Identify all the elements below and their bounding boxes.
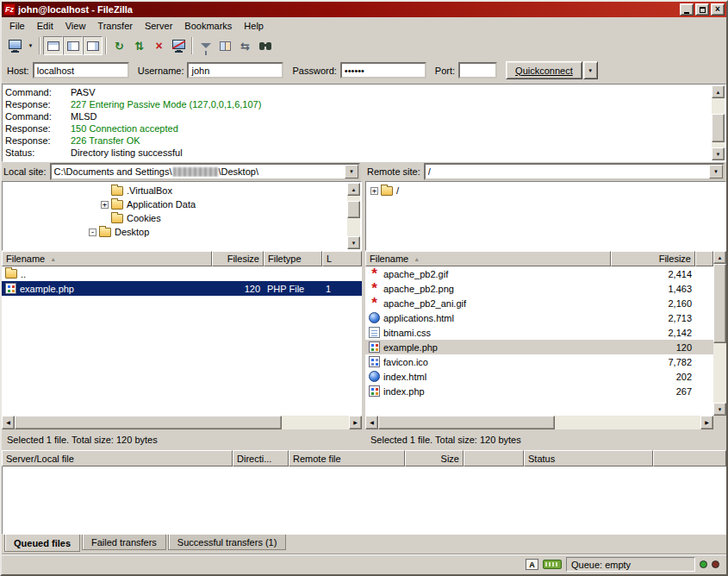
menu-bookmarks[interactable]: Bookmarks <box>178 19 238 33</box>
queue-list-area[interactable] <box>2 466 726 535</box>
scrollbar-corner <box>713 416 726 429</box>
scroll-track[interactable] <box>378 416 700 429</box>
column-header-filesize[interactable]: Filesize <box>212 251 264 266</box>
scroll-down-button[interactable]: ▼ <box>713 403 726 416</box>
process-queue-button[interactable]: ⇅ <box>129 36 149 55</box>
expand-icon[interactable]: + <box>370 187 378 195</box>
titlebar[interactable]: Fz john@localhost - FileZilla × <box>2 2 726 17</box>
file-row-selected[interactable]: example.php120 <box>365 340 713 354</box>
remote-list-scrollbar[interactable]: ▲ ▼ <box>713 251 726 416</box>
scroll-track[interactable] <box>713 264 726 403</box>
scroll-right-button[interactable]: ▶ <box>349 416 362 429</box>
image-file-icon: * <box>369 297 380 309</box>
column-header-filename[interactable]: Filename▲ <box>365 251 611 266</box>
file-row[interactable]: *apache_pb2_ani.gif2,160 <box>365 296 713 310</box>
local-path-combo[interactable]: C:\Documents and Settings\\Desktop\ ▼ <box>50 163 360 180</box>
file-row[interactable]: applications.html2,713 <box>365 310 713 325</box>
scroll-track[interactable] <box>15 416 349 429</box>
scroll-up-button[interactable]: ▲ <box>713 251 726 264</box>
tree-row[interactable]: -Desktop <box>3 225 361 239</box>
port-input[interactable] <box>458 62 497 78</box>
collapse-icon[interactable]: - <box>89 229 96 236</box>
scroll-right-button[interactable]: ▶ <box>700 416 713 429</box>
scroll-thumb[interactable] <box>378 416 555 429</box>
column-header-priority[interactable] <box>464 450 524 466</box>
column-header-status[interactable]: Status <box>524 450 653 466</box>
file-row[interactable]: index.php267 <box>365 384 713 398</box>
file-row[interactable]: *apache_pb2.gif2,414 <box>365 266 713 281</box>
password-input[interactable] <box>340 62 426 78</box>
toolbar-separator <box>191 37 193 54</box>
column-header-direction[interactable]: Directi... <box>233 450 289 466</box>
scroll-left-button[interactable]: ◀ <box>2 416 15 429</box>
scroll-up-button[interactable]: ▲ <box>347 183 360 196</box>
toggle-message-log-button[interactable] <box>43 36 63 55</box>
compare-button[interactable] <box>215 36 235 55</box>
scroll-track[interactable] <box>712 98 725 147</box>
column-header-size[interactable]: Size <box>405 450 464 466</box>
menu-edit[interactable]: Edit <box>31 19 59 33</box>
column-header-filename[interactable]: Filename▲ <box>2 251 212 266</box>
local-tree-scrollbar[interactable]: ▲ ▼ <box>347 183 360 249</box>
toggle-local-tree-button[interactable] <box>63 36 83 55</box>
column-header-remote-file[interactable]: Remote file <box>289 450 405 466</box>
close-button[interactable]: × <box>711 3 725 16</box>
file-row[interactable]: .. <box>2 266 362 281</box>
expand-icon[interactable]: + <box>101 201 109 209</box>
file-row[interactable]: bitnami.css2,142 <box>365 325 713 340</box>
menu-transfer[interactable]: Transfer <box>91 19 139 33</box>
toggle-remote-tree-button[interactable] <box>83 36 103 55</box>
host-input[interactable] <box>33 62 129 78</box>
tree-row[interactable]: .VirtualBox <box>3 184 361 197</box>
tab-queued-files[interactable]: Queued files <box>4 535 80 552</box>
disconnect-button[interactable] <box>169 36 189 55</box>
column-header-filesize[interactable]: Filesize <box>611 251 695 266</box>
tree-row[interactable]: +/ <box>366 184 725 197</box>
find-button[interactable] <box>255 36 275 55</box>
tab-failed-transfers[interactable]: Failed transfers <box>82 535 166 550</box>
message-log: Command:PASV Response:227 Entering Passi… <box>2 84 726 162</box>
filter-button[interactable] <box>196 36 215 55</box>
tab-successful-transfers[interactable]: Successful transfers (1) <box>168 535 287 550</box>
scroll-left-button[interactable]: ◀ <box>365 416 378 429</box>
file-row-selected[interactable]: example.php 120 PHP File 1 <box>2 281 362 296</box>
log-scrollbar[interactable]: ▲ ▼ <box>712 85 725 160</box>
cancel-button[interactable]: × <box>149 36 169 55</box>
quickconnect-button[interactable]: Quickconnect <box>506 61 582 79</box>
remote-path-combo[interactable]: / ▼ <box>424 163 725 180</box>
local-path-dropdown[interactable]: ▼ <box>345 165 358 178</box>
local-selection-status: Selected 1 file. Total size: 120 bytes <box>2 435 362 445</box>
column-header-filetype[interactable]: Filetype <box>264 251 322 266</box>
remote-hscrollbar[interactable]: ◀ ▶ <box>365 416 713 429</box>
file-row[interactable]: *apache_pb2.png1,463 <box>365 281 713 296</box>
tree-row[interactable]: +Application Data <box>3 197 361 211</box>
scroll-down-button[interactable]: ▼ <box>347 236 360 249</box>
scroll-thumb[interactable] <box>15 416 282 429</box>
scroll-up-button[interactable]: ▲ <box>712 85 725 98</box>
minimize-button[interactable] <box>680 3 694 16</box>
scroll-thumb[interactable] <box>712 114 725 142</box>
sync-browse-button[interactable]: ⇆ <box>235 36 255 55</box>
refresh-button[interactable]: ↻ <box>109 36 129 55</box>
remote-path-dropdown[interactable]: ▼ <box>709 165 723 178</box>
menu-file[interactable]: File <box>3 19 31 33</box>
local-hscrollbar[interactable]: ◀ ▶ <box>2 416 362 429</box>
tree-row[interactable]: Cookies <box>3 211 361 225</box>
menu-server[interactable]: Server <box>139 19 178 33</box>
queue-header: Server/Local file Directi... Remote file… <box>2 450 726 466</box>
site-manager-dropdown[interactable]: ▼ <box>25 36 36 55</box>
scroll-thumb[interactable] <box>347 201 360 218</box>
column-header-server-local-file[interactable]: Server/Local file <box>2 450 233 466</box>
scroll-down-button[interactable]: ▼ <box>712 147 725 160</box>
file-row[interactable]: index.html202 <box>365 369 713 384</box>
menu-help[interactable]: Help <box>238 19 270 33</box>
column-header-lastmodified[interactable]: L <box>322 251 362 266</box>
menu-view[interactable]: View <box>59 19 92 33</box>
quickconnect-dropdown[interactable]: ▼ <box>583 61 598 79</box>
maximize-button[interactable] <box>695 3 709 16</box>
username-input[interactable] <box>187 62 283 78</box>
file-row[interactable]: favicon.ico7,782 <box>365 354 713 369</box>
scroll-thumb[interactable] <box>713 264 726 343</box>
site-manager-button[interactable] <box>5 36 25 55</box>
scroll-track[interactable] <box>347 196 360 236</box>
